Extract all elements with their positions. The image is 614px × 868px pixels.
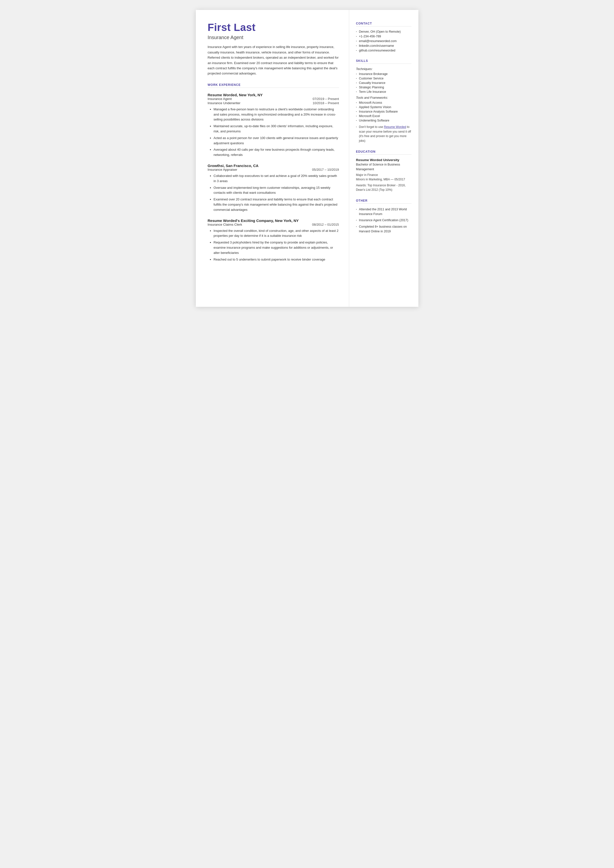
job-bullets-1: Managed a five-person team to restructur… — [209, 107, 339, 158]
summary-text: Insurance Agent with ten years of experi… — [208, 44, 339, 76]
edu-details-0: Major in FinanceMinors in Marketing, MBA… — [356, 173, 411, 182]
job-dates-1a: 07/2019 – Present — [313, 97, 339, 101]
job-bullets-3: Inspected the overall condition, kind of… — [209, 228, 339, 262]
contact-item-1: +1-234-456-789 — [356, 35, 411, 38]
job-row-3a: Insurance Claims Clerk 08/2012 – 01/2015 — [208, 223, 339, 227]
technique-2: Casualty Insurance — [356, 81, 411, 85]
education-section-title: EDUCATION — [356, 150, 411, 155]
company-name-2: Growthsi, San Francisco, CA — [208, 163, 339, 168]
job-dates-2a: 05/2017 – 10/2019 — [312, 168, 339, 171]
resume-page: First Last Insurance Agent Insurance Age… — [196, 10, 419, 307]
job-block-1: Resume Worded, New York, NY Insurance Ag… — [208, 93, 339, 158]
bullet-1-2: Maintained accurate, up-to-date files on… — [214, 124, 339, 134]
job-dates-1b: 10/2018 – Present — [313, 101, 339, 105]
bullet-2-1: Collaborated with top executives to set … — [214, 174, 339, 184]
tool-3: Microsoft Excel — [356, 114, 411, 118]
techniques-list: Insurance Brokerage Customer Service Cas… — [356, 72, 411, 93]
bullet-1-4: Averaged about 40 calls per day for new … — [214, 147, 339, 158]
contact-item-3: linkedin.com/in/username — [356, 44, 411, 48]
tool-0: Microsoft Access — [356, 101, 411, 104]
name-title-block: First Last Insurance Agent — [208, 22, 339, 40]
job-title-1b: Insurance Underwriter — [208, 101, 240, 105]
job-block-2: Growthsi, San Francisco, CA Insurance Ap… — [208, 163, 339, 213]
job-row-2a: Insurance Appraiser 05/2017 – 10/2019 — [208, 168, 339, 171]
company-name-1: Resume Worded, New York, NY — [208, 93, 339, 97]
bullet-2-2: Oversaw and implemented long-term custom… — [214, 185, 339, 196]
contact-item-2: email@resumeworded.com — [356, 39, 411, 43]
other-item-0: Attended the 2011 and 2013 World Insuran… — [356, 207, 411, 216]
candidate-job-title: Insurance Agent — [208, 35, 339, 40]
job-row-1b: Insurance Underwriter 10/2018 – Present — [208, 101, 339, 105]
job-title-2a: Insurance Appraiser — [208, 168, 237, 171]
technique-3: Strategic Planning — [356, 85, 411, 89]
techniques-label: Techniques: — [356, 67, 411, 71]
contact-section-title: CONTACT — [356, 22, 411, 26]
job-title-1a: Insurance Agent — [208, 97, 232, 101]
edu-awards-0: Awards: Top Insurance Broker - 2016, Dea… — [356, 183, 411, 192]
bullet-2-3: Examined over 20 contract insurance and … — [214, 197, 339, 212]
other-section-title: OTHER — [356, 199, 411, 203]
bullet-3-1: Inspected the overall condition, kind of… — [214, 228, 339, 239]
company-name-3: Resume Worded's Exciting Company, New Yo… — [208, 219, 339, 223]
job-header-3: Resume Worded's Exciting Company, New Yo… — [208, 219, 339, 227]
bullet-1-3: Acted as a point person for over 100 cli… — [214, 136, 339, 146]
education-section: EDUCATION Resume Worded University Bache… — [356, 150, 411, 192]
technique-0: Insurance Brokerage — [356, 72, 411, 76]
sidebar-column: CONTACT Denver, OH (Open to Remote) +1-2… — [349, 10, 419, 307]
promo-text: Don't forget to use Resume Worded to sca… — [356, 125, 411, 143]
other-list: Attended the 2011 and 2013 World Insuran… — [356, 207, 411, 234]
bullet-3-2: Requested 3 policyholders hired by the c… — [214, 240, 339, 255]
tool-4: Underwriting Software — [356, 119, 411, 122]
job-header-1: Resume Worded, New York, NY Insurance Ag… — [208, 93, 339, 105]
other-section: OTHER Attended the 2011 and 2013 World I… — [356, 199, 411, 234]
skills-section: SKILLS Techniques: Insurance Brokerage C… — [356, 59, 411, 143]
main-column: First Last Insurance Agent Insurance Age… — [196, 10, 349, 307]
contact-item-4: github.com/resumeworded — [356, 49, 411, 52]
tools-list: Microsoft Access Applied Systems Vision … — [356, 101, 411, 122]
contact-item-0: Denver, OH (Open to Remote) — [356, 30, 411, 33]
promo-link[interactable]: Resume Worded — [384, 125, 406, 129]
job-bullets-2: Collaborated with top executives to set … — [209, 174, 339, 213]
edu-school-0: Resume Worded University — [356, 158, 411, 162]
other-item-1: Insurance Agent Certification (2017) — [356, 218, 411, 223]
job-block-3: Resume Worded's Exciting Company, New Yo… — [208, 219, 339, 262]
summary-block: Insurance Agent with ten years of experi… — [208, 44, 339, 76]
skills-section-title: SKILLS — [356, 59, 411, 64]
edu-block-0: Resume Worded University Bachelor of Sci… — [356, 158, 411, 192]
tool-1: Applied Systems Vision — [356, 106, 411, 109]
job-title-3a: Insurance Claims Clerk — [208, 223, 242, 227]
technique-1: Customer Service — [356, 77, 411, 80]
contact-section: CONTACT Denver, OH (Open to Remote) +1-2… — [356, 22, 411, 52]
other-item-2: Completed 8+ business classes on Harvard… — [356, 224, 411, 234]
work-experience-title: WORK EXPERIENCE — [208, 83, 339, 88]
bullet-3-3: Reached out to 5 underwriters to submit … — [214, 257, 339, 262]
job-header-2: Growthsi, San Francisco, CA Insurance Ap… — [208, 163, 339, 171]
bullet-1-1: Managed a five-person team to restructur… — [214, 107, 339, 122]
job-row-1a: Insurance Agent 07/2019 – Present — [208, 97, 339, 101]
edu-degree-0: Bachelor of Science in Business Manageme… — [356, 162, 411, 172]
technique-4: Term Life Insurance — [356, 90, 411, 93]
job-dates-3a: 08/2012 – 01/2015 — [312, 223, 339, 227]
contact-list: Denver, OH (Open to Remote) +1-234-456-7… — [356, 30, 411, 52]
tool-2: Insurance Analysis Software — [356, 110, 411, 113]
candidate-name: First Last — [208, 22, 339, 33]
tools-label: Tools and Frameworks: — [356, 96, 411, 99]
